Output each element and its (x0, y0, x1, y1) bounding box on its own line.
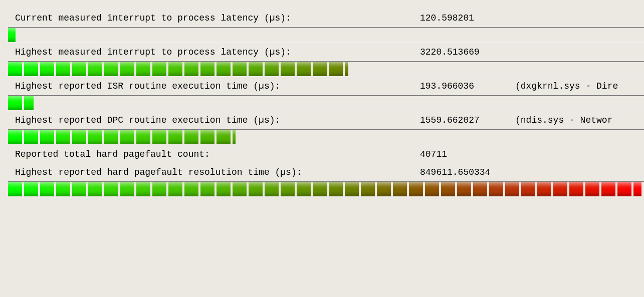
metric-value: 120.598201 (420, 13, 515, 23)
metric-row: Highest reported ISR routine execution t… (0, 77, 644, 95)
metric-value: 193.966036 (420, 81, 515, 91)
metric-row: Current measured interrupt to process la… (0, 9, 644, 27)
pagefault-count-row: Reported total hard pagefault count: 407… (0, 145, 644, 163)
pagefault-time-value: 849611.650334 (420, 167, 515, 177)
metric-bar (8, 95, 644, 111)
metric-bar (8, 27, 644, 43)
pagefault-bar (8, 181, 644, 197)
metric-value: 1559.662027 (420, 115, 515, 125)
metric-bar (8, 129, 644, 145)
metric-label: Highest reported DPC routine execution t… (15, 115, 420, 125)
metric-value: 3220.513669 (420, 47, 515, 57)
latency-monitor-panel: Current measured interrupt to process la… (0, 0, 644, 297)
pagefault-count-value: 40711 (420, 149, 515, 159)
metric-label: Highest reported ISR routine execution t… (15, 81, 420, 91)
metric-bar (8, 61, 644, 77)
pagefault-count-label: Reported total hard pagefault count: (15, 149, 420, 159)
pagefault-time-label: Highest reported hard pagefault resoluti… (15, 167, 420, 177)
metric-label: Current measured interrupt to process la… (15, 13, 420, 23)
metric-extra: (ndis.sys - Networ (515, 115, 612, 125)
metric-extra: (dxgkrnl.sys - Dire (515, 81, 618, 91)
metric-row: Highest reported DPC routine execution t… (0, 111, 644, 129)
metric-row: Highest measured interrupt to process la… (0, 43, 644, 61)
metric-label: Highest measured interrupt to process la… (15, 47, 420, 57)
pagefault-time-row: Highest reported hard pagefault resoluti… (0, 163, 644, 181)
